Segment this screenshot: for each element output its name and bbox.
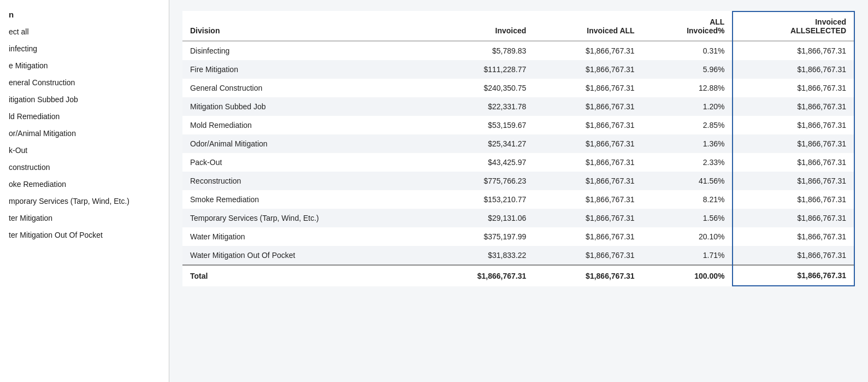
table-row: Water Mitigation$375,197.99$1,866,767.31…	[182, 227, 854, 246]
cell-selected: $1,866,767.31	[733, 97, 854, 116]
cell-pct: 0.31%	[642, 41, 733, 60]
cell-pct: 1.56%	[642, 209, 733, 227]
col-header-invoiced-all-selected[interactable]: Invoiced ALLSELECTED	[733, 11, 854, 41]
division-table: Division Invoiced Invoiced ALL ALL Invoi…	[182, 11, 855, 286]
cell-pct: 12.88%	[642, 79, 733, 97]
sidebar-item-mitigation-subbed-job[interactable]: itigation Subbed Job	[0, 91, 169, 108]
cell-invoiced-all: $1,866,767.31	[534, 246, 642, 265]
cell-division: Reconstruction	[182, 172, 426, 190]
cell-division: Pack-Out	[182, 153, 426, 172]
cell-invoiced: $53,159.67	[426, 116, 534, 134]
cell-division: Temporary Services (Tarp, Wind, Etc.)	[182, 209, 426, 227]
cell-invoiced: $111,228.77	[426, 60, 534, 79]
cell-pct: 20.10%	[642, 227, 733, 246]
cell-selected: $1,866,767.31	[733, 246, 854, 265]
cell-pct: 1.71%	[642, 246, 733, 265]
cell-invoiced-all: $1,866,767.31	[534, 209, 642, 227]
sidebar-item-temporary-services[interactable]: mporary Services (Tarp, Wind, Etc.)	[0, 193, 169, 210]
col-header-invoiced-all[interactable]: Invoiced ALL	[534, 11, 642, 41]
cell-invoiced: $240,350.75	[426, 79, 534, 97]
table-row: Water Mitigation Out Of Pocket$31,833.22…	[182, 246, 854, 265]
cell-division: Disinfecting	[182, 41, 426, 60]
cell-selected: $1,866,767.31	[733, 41, 854, 60]
sidebar: n ect all infecting e Mitigation eneral …	[0, 0, 169, 382]
cell-invoiced: $375,197.99	[426, 227, 534, 246]
col-header-invoiced[interactable]: Invoiced	[426, 11, 534, 41]
table-row: Fire Mitigation$111,228.77$1,866,767.315…	[182, 60, 854, 79]
sidebar-item-smoke-remediation[interactable]: oke Remediation	[0, 176, 169, 193]
cell-invoiced-all: $1,866,767.31	[534, 134, 642, 153]
cell-invoiced-all: $1,866,767.31	[534, 79, 642, 97]
sidebar-item-disinfecting[interactable]: infecting	[0, 40, 169, 57]
cell-invoiced: $153,210.77	[426, 190, 534, 209]
table-row: Smoke Remediation$153,210.77$1,866,767.3…	[182, 190, 854, 209]
cell-pct: 8.21%	[642, 190, 733, 209]
total-pct: 100.00%	[642, 265, 733, 286]
cell-invoiced: $29,131.06	[426, 209, 534, 227]
cell-selected: $1,866,767.31	[733, 190, 854, 209]
cell-invoiced-all: $1,866,767.31	[534, 60, 642, 79]
cell-invoiced: $43,425.97	[426, 153, 534, 172]
cell-invoiced: $775,766.23	[426, 172, 534, 190]
main-content: Division Invoiced Invoiced ALL ALL Invoi…	[169, 0, 868, 382]
sidebar-item-water-mitigation[interactable]: ter Mitigation	[0, 210, 169, 227]
total-invoiced-all: $1,866,767.31	[534, 265, 642, 286]
sidebar-item-select-all[interactable]: ect all	[0, 23, 169, 40]
table-row: Pack-Out$43,425.97$1,866,767.312.33%$1,8…	[182, 153, 854, 172]
sidebar-item-water-mitigation-oop[interactable]: ter Mitigation Out Of Pocket	[0, 227, 169, 244]
sidebar-header: n	[0, 5, 169, 23]
cell-invoiced-all: $1,866,767.31	[534, 153, 642, 172]
table-row: Odor/Animal Mitigation$25,341.27$1,866,7…	[182, 134, 854, 153]
cell-division: Fire Mitigation	[182, 60, 426, 79]
cell-division: Water Mitigation Out Of Pocket	[182, 246, 426, 265]
cell-division: Smoke Remediation	[182, 190, 426, 209]
table-row: Reconstruction$775,766.23$1,866,767.3141…	[182, 172, 854, 190]
col-header-all-invoiced-pct[interactable]: ALL Invoiced%	[642, 11, 733, 41]
table-row: General Construction$240,350.75$1,866,76…	[182, 79, 854, 97]
cell-selected: $1,866,767.31	[733, 79, 854, 97]
cell-selected: $1,866,767.31	[733, 116, 854, 134]
total-invoiced: $1,866,767.31	[426, 265, 534, 286]
cell-selected: $1,866,767.31	[733, 172, 854, 190]
total-selected: $1,866,767.31	[733, 265, 854, 286]
cell-selected: $1,866,767.31	[733, 134, 854, 153]
cell-pct: 5.96%	[642, 60, 733, 79]
table-row: Mold Remediation$53,159.67$1,866,767.312…	[182, 116, 854, 134]
cell-invoiced: $25,341.27	[426, 134, 534, 153]
cell-division: General Construction	[182, 79, 426, 97]
cell-invoiced-all: $1,866,767.31	[534, 41, 642, 60]
sidebar-item-reconstruction[interactable]: construction	[0, 159, 169, 176]
cell-invoiced: $31,833.22	[426, 246, 534, 265]
cell-division: Mitigation Subbed Job	[182, 97, 426, 116]
cell-invoiced: $22,331.78	[426, 97, 534, 116]
cell-pct: 1.36%	[642, 134, 733, 153]
cell-pct: 2.33%	[642, 153, 733, 172]
sidebar-item-mold-remediation[interactable]: ld Remediation	[0, 108, 169, 125]
cell-invoiced-all: $1,866,767.31	[534, 116, 642, 134]
cell-selected: $1,866,767.31	[733, 60, 854, 79]
table-row: Temporary Services (Tarp, Wind, Etc.)$29…	[182, 209, 854, 227]
sidebar-item-odor-animal-mitigation[interactable]: or/Animal Mitigation	[0, 125, 169, 142]
cell-invoiced: $5,789.83	[426, 41, 534, 60]
cell-pct: 41.56%	[642, 172, 733, 190]
cell-invoiced-all: $1,866,767.31	[534, 227, 642, 246]
sidebar-item-fire-mitigation[interactable]: e Mitigation	[0, 57, 169, 74]
cell-selected: $1,866,767.31	[733, 227, 854, 246]
table-row: Disinfecting$5,789.83$1,866,767.310.31%$…	[182, 41, 854, 60]
cell-pct: 1.20%	[642, 97, 733, 116]
cell-selected: $1,866,767.31	[733, 209, 854, 227]
cell-invoiced-all: $1,866,767.31	[534, 172, 642, 190]
sidebar-item-pack-out[interactable]: k-Out	[0, 142, 169, 159]
sidebar-item-general-construction[interactable]: eneral Construction	[0, 74, 169, 91]
cell-selected: $1,866,767.31	[733, 153, 854, 172]
table-row: Mitigation Subbed Job$22,331.78$1,866,76…	[182, 97, 854, 116]
cell-division: Mold Remediation	[182, 116, 426, 134]
cell-invoiced-all: $1,866,767.31	[534, 190, 642, 209]
cell-division: Water Mitigation	[182, 227, 426, 246]
cell-invoiced-all: $1,866,767.31	[534, 97, 642, 116]
total-label: Total	[182, 265, 426, 286]
cell-pct: 2.85%	[642, 116, 733, 134]
cell-division: Odor/Animal Mitigation	[182, 134, 426, 153]
col-header-division[interactable]: Division	[182, 11, 426, 41]
